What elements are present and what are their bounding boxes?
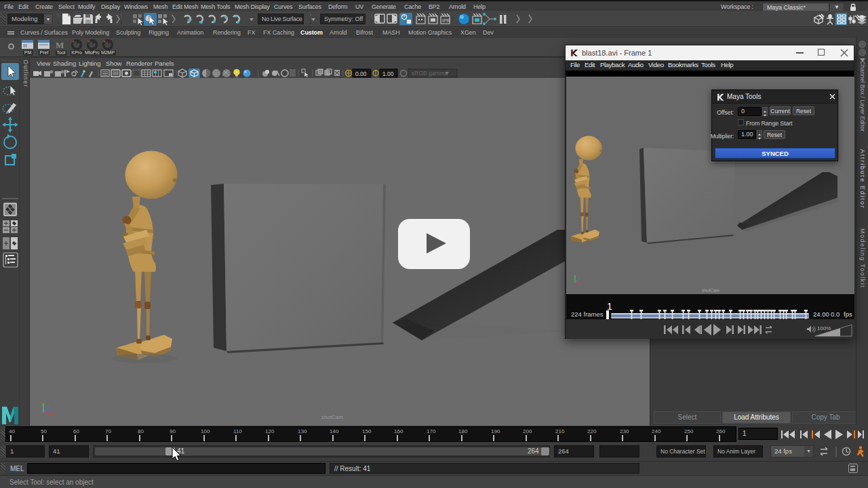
- svg-text:100%: 100%: [817, 325, 831, 331]
- svg-text:IPR: IPR: [442, 18, 450, 23]
- svg-text:M: M: [56, 40, 64, 50]
- svg-text:sRGB gamma: sRGB gamma: [412, 70, 448, 77]
- svg-text:0.00: 0.00: [355, 70, 367, 77]
- svg-text:1.00: 1.00: [382, 70, 394, 77]
- svg-text:shotCam: shotCam: [702, 288, 719, 293]
